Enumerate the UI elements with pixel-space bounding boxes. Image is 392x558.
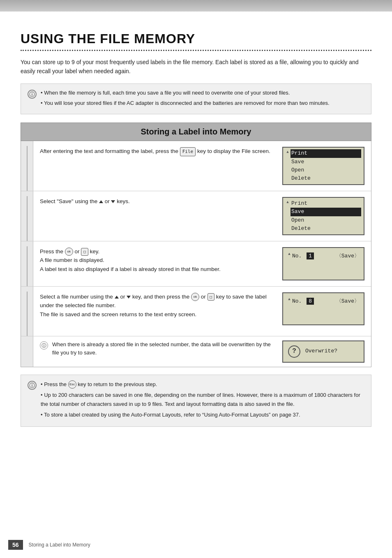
question-icon: ? [288, 345, 300, 358]
intro-paragraph: You can store up to 9 of your most frequ… [21, 58, 371, 76]
svg-rect-5 [44, 344, 44, 345]
note-lines-top: • When the file memory is full, each tim… [41, 89, 364, 109]
step-3-marker [21, 241, 33, 286]
step-1-marker [21, 141, 33, 191]
bottom-note-box: • Press the Esc key to return to the pre… [21, 375, 371, 427]
footer: 56 Storing a Label into Memory [0, 540, 392, 550]
lcd-item-print-2: Print [291, 199, 361, 208]
bottom-note-line-1: • Press the Esc key to return to the pre… [41, 380, 364, 389]
no-value-3: 1 [307, 252, 314, 259]
step-1-text: After entering the text and formatting t… [40, 147, 276, 156]
page-title: USING THE FILE MEMORY [21, 31, 371, 46]
svg-rect-8 [32, 384, 32, 384]
note-line-2: • You will lose your stored files if the… [41, 99, 364, 108]
bottom-note-line-2: • Up to 200 characters can be saved in o… [41, 391, 364, 408]
svg-rect-4 [44, 345, 44, 347]
file-key-3: □ [81, 248, 88, 255]
step-4-subnote-row: When there is already a stored file in t… [21, 336, 371, 367]
svg-rect-7 [32, 385, 32, 387]
lcd-item-open-2: Open [291, 216, 361, 225]
lcd-item-delete-1: Delete [291, 174, 361, 183]
no-label-3: No. 1 [292, 252, 314, 261]
step-3-screen: ▲ No. 1 〈Save〉 [282, 247, 364, 280]
file-key-4: □ [208, 293, 214, 301]
svg-rect-1 [32, 94, 32, 96]
ok-key-3: ok [65, 248, 73, 256]
overwrite-screen: ? Overwrite? [282, 340, 364, 363]
step-2-row: Select "Save" using the or keys. ▲ [21, 191, 371, 241]
note-icon-bottom [28, 381, 37, 390]
step-4-subnote-marker [21, 336, 33, 367]
step-1-content: After entering the text and formatting t… [33, 141, 371, 191]
ok-key-4: ok [191, 293, 199, 301]
steps-container: After entering the text and formatting t… [21, 141, 371, 367]
step-2-content: Select "Save" using the or keys. ▲ [33, 191, 371, 241]
lcd-arrow-col-2: ▲ [286, 199, 291, 205]
step-4-screen: ▲ No. 8 〈Save〉 [282, 292, 364, 326]
lcd-arrow-col-4: ▲ [287, 296, 292, 302]
no-value-4: 8 [307, 298, 314, 305]
note-icon-top [28, 90, 37, 99]
page-number: 56 [8, 540, 23, 550]
step-4-line [27, 292, 28, 336]
lcd-item-save-2: Save [291, 208, 361, 216]
lcd-item-print-1: Print [291, 149, 361, 157]
subnote-text-4: When there is already a stored file in t… [52, 340, 276, 358]
lcd-item-delete-2: Delete [291, 225, 361, 233]
bottom-note-lines: • Press the Esc key to return to the pre… [41, 380, 364, 421]
svg-rect-2 [32, 93, 32, 93]
subnote-icon-4 [40, 341, 48, 350]
step-3-line [27, 246, 28, 286]
step-2-text: Select "Save" using the or keys. [40, 197, 276, 206]
step-4-content: Select a file number using the or key, a… [33, 287, 371, 336]
action-label-4: 〈Save〉 [336, 297, 360, 306]
step-4-marker [21, 287, 33, 336]
step-4-subnote-content: When there is already a stored file in t… [33, 336, 371, 367]
step-4-row: Select a file number using the or key, a… [21, 287, 371, 367]
no-label-4: No. 8 [292, 297, 314, 306]
step-1-line [27, 146, 28, 191]
lcd-item-save-1: Save [291, 158, 361, 166]
title-divider [21, 50, 371, 51]
step-4-text: Select a file number using the or key, a… [40, 292, 276, 319]
lcd-arrow-col-3: ▲ [287, 251, 292, 257]
step-2-line [27, 196, 28, 241]
step-3-row: Press the ok or □ key. A file number is … [21, 241, 371, 287]
note-box-top: • When the file memory is full, each tim… [21, 83, 371, 115]
arrow-up-icon-4 [115, 296, 119, 299]
overwrite-text: Overwrite? [305, 347, 337, 356]
arrow-up-icon-2 [99, 200, 103, 203]
step-2-screen: ▲ Print Save Open Delete [282, 197, 364, 235]
arrow-down-icon-2 [111, 200, 115, 203]
section-header: Storing a Label into Memory [21, 123, 371, 141]
lcd-arrow-col-1: ▲ [286, 149, 291, 155]
note-line-1: • When the file memory is full, each tim… [41, 89, 364, 97]
esc-key-icon: Esc [68, 380, 76, 389]
step-1-screen: ▲ Print Save Open Delete [282, 147, 364, 185]
bottom-note-line-3: • To store a label created by using the … [41, 410, 364, 419]
step-3-text: Press the ok or □ key. A file number is … [40, 247, 276, 274]
step-2-marker [21, 191, 33, 241]
top-bar [0, 0, 392, 12]
file-key-1: File [180, 147, 196, 156]
step-3-content: Press the ok or □ key. A file number is … [33, 241, 371, 286]
lcd-item-open-1: Open [291, 166, 361, 174]
arrow-down-icon-4 [127, 296, 131, 299]
footer-label: Storing a Label into Memory [29, 542, 90, 548]
step-1-row: After entering the text and formatting t… [21, 141, 371, 191]
action-label-3: 〈Save〉 [336, 252, 360, 261]
